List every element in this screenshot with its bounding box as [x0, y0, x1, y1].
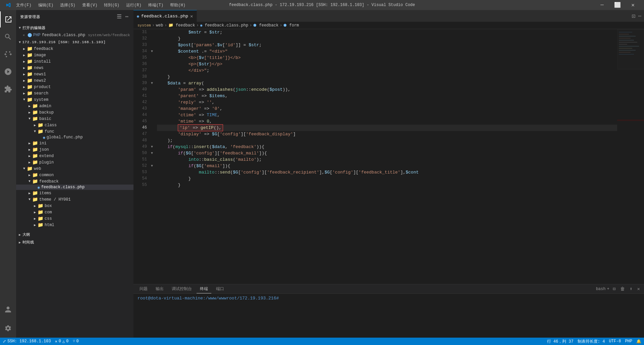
open-editors-section[interactable]: ▼ 打开的编辑器	[16, 24, 133, 32]
more-options-icon[interactable]: ⋯	[124, 13, 129, 21]
menu-help[interactable]: 帮助(H)	[167, 2, 188, 9]
source-control-icon[interactable]	[0, 46, 16, 62]
tree-item-global-func[interactable]: ▶ ◉ global.func.php	[16, 135, 133, 140]
breadcrumb-filename[interactable]: ◉ feedback.class.php	[200, 23, 248, 28]
code-line-37: </div>";	[157, 67, 617, 74]
menu-view[interactable]: 查看(V)	[79, 2, 100, 9]
collapse-50[interactable]: ▼	[151, 150, 153, 156]
extensions-icon[interactable]	[0, 81, 16, 97]
split-editor-icon[interactable]: ⊡	[632, 12, 636, 20]
terminal-content[interactable]: root@dota-virtual-machine:/www/wwwroot/1…	[133, 294, 644, 338]
status-line-col[interactable]: 行 46，列 37	[547, 339, 574, 344]
tree-item-box[interactable]: ▶ 📁 box	[16, 203, 133, 209]
breadcrumb-method-symbol[interactable]: ⬟ form	[283, 23, 299, 28]
status-git[interactable]: ⑂ 0	[73, 339, 79, 344]
code-line-53: mailto::send($G['config']['feedback_reci…	[157, 169, 617, 176]
outline-section[interactable]: ▶ 大纲	[16, 231, 133, 238]
status-encoding[interactable]: UTF-8	[609, 339, 621, 344]
close-button[interactable]: ✕	[625, 0, 641, 10]
trash-icon[interactable]: 🗑	[619, 286, 626, 292]
code-line-32: }	[157, 36, 617, 42]
tab-close-icon[interactable]: ✕	[190, 13, 193, 19]
menu-run[interactable]: 运行(R)	[123, 2, 144, 9]
explorer-section-header[interactable]: ▼ 172.19.193.216 [SSH: 192.168.1.103]	[16, 39, 133, 46]
tree-item-news[interactable]: ▶ 📁 news	[16, 65, 133, 71]
sidebar: 资源管理器 ☰ ⋯ ▼ 打开的编辑器 ✕ ⬤ PHP feedback.clas…	[16, 10, 133, 338]
tree-item-plugin[interactable]: ▶ 📁 plugin	[16, 159, 133, 165]
code-line-34: ▼ $content .= "<div>"	[157, 48, 617, 55]
tree-item-html[interactable]: ▶ 📁 html	[16, 222, 133, 228]
tree-item-backup[interactable]: ▶ 📁 backup	[16, 109, 133, 116]
tree-item-extend[interactable]: ▶ 📁 extend	[16, 153, 133, 159]
collapse-39[interactable]: ▼	[151, 80, 153, 86]
warning-icon: △	[62, 339, 65, 344]
panel-tab-output[interactable]: 输出	[152, 285, 167, 293]
tree-item-theme[interactable]: ▼ 📁 theme / HY001	[16, 196, 133, 203]
minimize-button[interactable]: —	[594, 0, 610, 10]
tree-item-ini[interactable]: ▶ 📁 ini	[16, 140, 133, 146]
tree-item-search[interactable]: ▶ 📁 search	[16, 90, 133, 96]
code-editor[interactable]: 31 32 33 34 35 36 37 38 39 40 41 42 43 4…	[133, 29, 644, 284]
panel-tab-problems[interactable]: 问题	[136, 285, 151, 293]
timeline-section[interactable]: ▶ 时间线	[16, 238, 133, 246]
collapse-52[interactable]: ▼	[151, 163, 153, 169]
open-editor-feedback[interactable]: ✕ ⬤ PHP feedback.class.php system/web/fe…	[16, 32, 133, 38]
tree-item-class[interactable]: ▶ 📁 class	[16, 122, 133, 128]
close-editor-icon[interactable]: ✕	[23, 33, 25, 37]
maximize-button[interactable]: ⬜	[610, 0, 625, 10]
tree-item-product[interactable]: ▶ 📁 product	[16, 84, 133, 90]
run-debug-icon[interactable]	[0, 64, 16, 80]
tree-item-common[interactable]: ▶ 📁 common	[16, 172, 133, 178]
status-notifications[interactable]: 🔔	[636, 339, 641, 344]
settings-icon[interactable]	[0, 320, 16, 336]
tree-item-feedback-root[interactable]: ▶ 📁 feedback	[16, 46, 133, 52]
code-line-51: into::basic_class('mailto');	[157, 156, 617, 163]
open-editor-filename: feedback.class.php	[42, 33, 86, 38]
status-errors[interactable]: ✕ 0 △ 0	[55, 339, 69, 344]
tree-item-admin[interactable]: ▶ 📁 admin	[16, 103, 133, 109]
search-activity-icon[interactable]	[0, 29, 16, 45]
tab-feedback-class[interactable]: ◉ feedback.class.php ✕	[133, 10, 197, 22]
tree-item-basic[interactable]: ▼ 📁 basic	[16, 116, 133, 122]
breadcrumb-web[interactable]: web	[156, 23, 163, 28]
tree-item-json[interactable]: ▶ 📁 json	[16, 146, 133, 153]
code-line-47: 'display' => $G['config']['feedback_disp…	[157, 131, 617, 137]
panel-tab-terminal[interactable]: 终端	[197, 285, 211, 293]
new-file-icon[interactable]: ☰	[116, 13, 122, 21]
status-tab-size[interactable]: 制表符长度: 4	[578, 339, 605, 344]
tree-item-css[interactable]: ▶ 📁 css	[16, 215, 133, 222]
account-icon[interactable]	[0, 301, 16, 318]
status-ssh[interactable]: ⤢ SSH: 192.168.1.103	[3, 339, 51, 344]
tree-item-install[interactable]: ▶ 📁 install	[16, 58, 133, 65]
collapse-34[interactable]: ▼	[151, 48, 153, 55]
bash-plus-icon[interactable]: +	[607, 287, 609, 291]
breadcrumb-system[interactable]: system	[138, 23, 151, 27]
breadcrumb-feedback-folder[interactable]: 📁 feedback	[168, 23, 195, 28]
panel-tab-debug[interactable]: 调试控制台	[168, 285, 195, 293]
tree-item-feedback-web[interactable]: ▼ 📁 feedback	[16, 178, 133, 185]
menu-file[interactable]: 文件(F)	[13, 2, 34, 9]
menu-goto[interactable]: 转到(G)	[101, 2, 122, 9]
tree-item-system[interactable]: ▼ 📁 system	[16, 96, 133, 103]
tree-item-func[interactable]: ▼ 📁 func	[16, 128, 133, 135]
status-language[interactable]: PHP	[625, 339, 632, 344]
tree-item-news1[interactable]: ▶ 📁 news1	[16, 71, 133, 77]
breadcrumb-class-symbol[interactable]: ⬟ feedback	[253, 23, 278, 28]
explorer-icon[interactable]	[0, 11, 16, 27]
panel-tab-ports[interactable]: 端口	[213, 285, 227, 293]
panel-maximize-icon[interactable]: ⬆	[628, 285, 634, 292]
tree-item-items[interactable]: ▶ 📁 items	[16, 190, 133, 196]
more-tab-actions-icon[interactable]: ⋯	[638, 13, 641, 19]
tree-item-web[interactable]: ▼ 📁 web	[16, 165, 133, 172]
tree-item-com[interactable]: ▶ 📁 com	[16, 209, 133, 215]
tree-item-news2[interactable]: ▶ 📁 news2	[16, 77, 133, 84]
split-terminal-icon[interactable]: ⊟	[611, 285, 617, 292]
tree-item-feedback-class[interactable]: ▶ ◉ feedback.class.php	[16, 185, 133, 190]
breadcrumb: system › web › 📁 feedback › ◉ feedback.c…	[133, 22, 644, 29]
panel-close-icon[interactable]: ✕	[636, 285, 641, 292]
menu-edit[interactable]: 编辑(E)	[36, 2, 56, 9]
menu-terminal[interactable]: 终端(T)	[146, 2, 166, 9]
tree-item-image[interactable]: ▶ 📁 image	[16, 52, 133, 58]
collapse-49[interactable]: ▼	[151, 144, 153, 150]
menu-selection[interactable]: 选择(S)	[57, 2, 78, 9]
